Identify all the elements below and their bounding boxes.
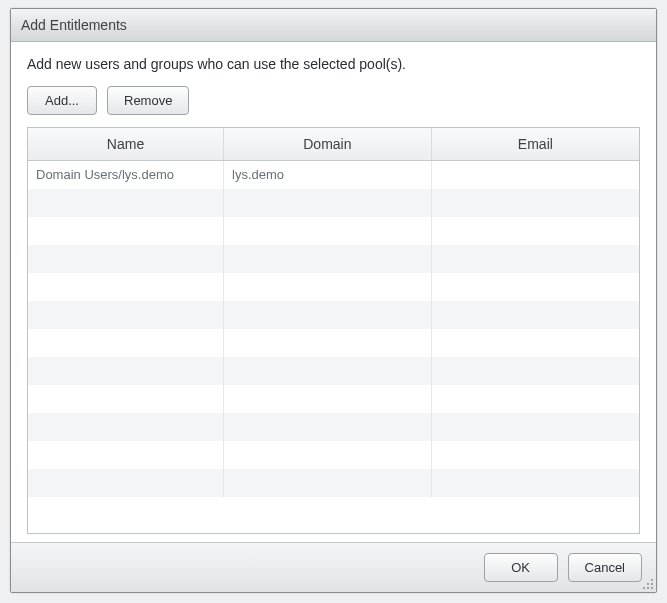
table-row[interactable]: Domain Users/lys.demolys.demo — [28, 161, 639, 189]
cell-name — [28, 189, 224, 217]
cell-domain — [224, 385, 432, 413]
table-row[interactable] — [28, 441, 639, 469]
cell-name — [28, 329, 224, 357]
cell-domain — [224, 273, 432, 301]
table-row[interactable] — [28, 273, 639, 301]
cell-name — [28, 273, 224, 301]
column-header-name[interactable]: Name — [28, 128, 224, 161]
column-header-domain[interactable]: Domain — [224, 128, 432, 161]
toolbar: Add... Remove — [27, 86, 640, 115]
cell-domain — [224, 189, 432, 217]
table-row[interactable] — [28, 357, 639, 385]
cell-name — [28, 217, 224, 245]
cell-domain — [224, 357, 432, 385]
cell-domain — [224, 469, 432, 497]
cell-name: Domain Users/lys.demo — [28, 161, 224, 189]
cell-domain: lys.demo — [224, 161, 432, 189]
table-header-row: Name Domain Email — [28, 128, 639, 161]
cell-email — [431, 189, 639, 217]
cell-domain — [224, 301, 432, 329]
cell-email — [431, 273, 639, 301]
cell-name — [28, 469, 224, 497]
cell-email — [431, 413, 639, 441]
entitlements-table-container: Name Domain Email Domain Users/lys.demol… — [27, 127, 640, 534]
table-row[interactable] — [28, 245, 639, 273]
svg-point-3 — [643, 587, 645, 589]
cell-name — [28, 245, 224, 273]
column-header-email[interactable]: Email — [431, 128, 639, 161]
cell-email — [431, 301, 639, 329]
cell-name — [28, 441, 224, 469]
table-row[interactable] — [28, 469, 639, 497]
dialog-description: Add new users and groups who can use the… — [27, 56, 640, 72]
table-row[interactable] — [28, 189, 639, 217]
cancel-button[interactable]: Cancel — [568, 553, 642, 582]
resize-grip-icon — [642, 578, 654, 590]
table-row[interactable] — [28, 329, 639, 357]
table-row[interactable] — [28, 217, 639, 245]
dialog-content: Add new users and groups who can use the… — [11, 42, 656, 542]
svg-point-2 — [651, 583, 653, 585]
dialog-titlebar: Add Entitlements — [11, 9, 656, 42]
table-row[interactable] — [28, 385, 639, 413]
add-button[interactable]: Add... — [27, 86, 97, 115]
cell-domain — [224, 329, 432, 357]
cell-domain — [224, 441, 432, 469]
cell-name — [28, 357, 224, 385]
cell-email — [431, 329, 639, 357]
svg-point-1 — [647, 583, 649, 585]
cell-email — [431, 441, 639, 469]
svg-point-5 — [651, 587, 653, 589]
cell-domain — [224, 217, 432, 245]
cell-email — [431, 469, 639, 497]
cell-domain — [224, 413, 432, 441]
table-row[interactable] — [28, 413, 639, 441]
cell-name — [28, 385, 224, 413]
cell-email — [431, 385, 639, 413]
entitlements-table: Name Domain Email Domain Users/lys.demol… — [28, 128, 639, 497]
cell-name — [28, 413, 224, 441]
cell-email — [431, 245, 639, 273]
cell-domain — [224, 245, 432, 273]
add-entitlements-dialog: Add Entitlements Add new users and group… — [10, 8, 657, 593]
cell-email — [431, 161, 639, 189]
cell-name — [28, 301, 224, 329]
dialog-title: Add Entitlements — [21, 17, 127, 33]
dialog-footer: OK Cancel — [11, 542, 656, 592]
svg-point-0 — [651, 579, 653, 581]
ok-button[interactable]: OK — [484, 553, 558, 582]
cell-email — [431, 217, 639, 245]
cell-email — [431, 357, 639, 385]
svg-point-4 — [647, 587, 649, 589]
remove-button[interactable]: Remove — [107, 86, 189, 115]
table-row[interactable] — [28, 301, 639, 329]
